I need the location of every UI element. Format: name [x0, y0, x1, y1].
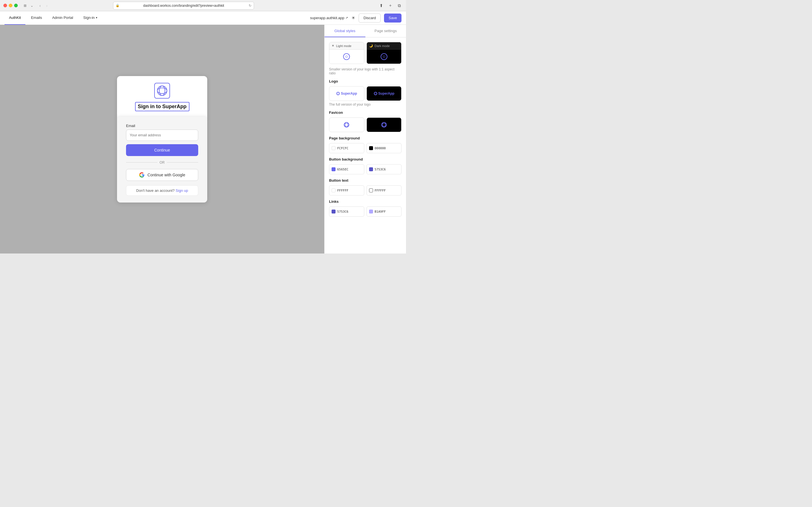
- svg-point-2: [157, 88, 167, 94]
- continue-button[interactable]: Continue: [126, 144, 198, 156]
- page-bg-light-value: FCFCFC: [337, 147, 349, 150]
- links-section-title: Links: [329, 200, 402, 204]
- favicon-dark-card[interactable]: [366, 117, 402, 132]
- google-button[interactable]: Continue with Google: [126, 169, 198, 181]
- reload-icon[interactable]: ↻: [249, 4, 252, 8]
- mode-row: ☀ Light mode 🌙 Dark mode: [329, 42, 402, 64]
- share-icon[interactable]: ⬆: [378, 3, 385, 9]
- signup-text: Don't have an account?: [136, 188, 174, 193]
- light-mode-logo-inner: [345, 55, 348, 58]
- fullscreen-button[interactable]: [14, 4, 18, 7]
- favicon-row: [329, 117, 402, 132]
- panel-tabs: Global styles Page settings: [324, 25, 406, 38]
- links-dark-value: B1A9FF: [375, 210, 386, 214]
- email-label: Email: [126, 124, 198, 128]
- address-bar[interactable]: 🔒 dashboard.workos.com/branding/edit?pre…: [113, 2, 254, 10]
- links-dark-box[interactable]: B1A9FF: [366, 207, 402, 217]
- logo-light-card[interactable]: SuperApp: [329, 86, 364, 101]
- btn-text-section-title: Button text: [329, 178, 402, 182]
- favicon-light-card[interactable]: [329, 117, 364, 132]
- minimize-button[interactable]: [9, 4, 12, 7]
- light-mode-logo-circle: [343, 53, 350, 60]
- theme-toggle-icon[interactable]: ☀: [351, 15, 355, 20]
- favicon-icon-dark: [381, 122, 387, 128]
- favicon-icon-light: [343, 122, 350, 128]
- btn-text-colors: FFFFFF FFFFFF: [329, 185, 402, 195]
- tab-admin-portal[interactable]: Admin Portal: [48, 11, 78, 25]
- tab-emails[interactable]: Emails: [27, 11, 47, 25]
- chevron-down-icon[interactable]: ⌄: [29, 3, 35, 8]
- moon-icon: 🌙: [369, 44, 373, 48]
- page-bg-light-box[interactable]: FCFCFC: [329, 143, 364, 153]
- titlebar: ⊞ ⌄ ‹ › 🔒 dashboard.workos.com/branding/…: [0, 0, 406, 11]
- light-mode-card[interactable]: ☀ Light mode: [329, 42, 364, 64]
- tab-page-settings[interactable]: Page settings: [365, 25, 406, 37]
- small-logo-desc: Smaller version of your logo with 1:1 as…: [329, 67, 402, 75]
- btn-text-light-swatch: [332, 188, 336, 192]
- close-button[interactable]: [3, 4, 7, 7]
- tabs-icon[interactable]: ⧉: [396, 3, 403, 9]
- btn-bg-dark-swatch: [369, 167, 373, 171]
- btn-text-dark-box[interactable]: FFFFFF: [366, 185, 402, 195]
- logo-row: SuperApp SuperApp: [329, 86, 402, 101]
- links-light-box[interactable]: 5753C6: [329, 207, 364, 217]
- top-nav: AuthKit Emails Admin Portal Sign-in ▾ su…: [0, 11, 406, 25]
- page-bg-light-swatch: [332, 146, 336, 150]
- tab-sign-in[interactable]: Sign-in ▾: [79, 11, 101, 25]
- auth-form-card: Email Continue OR Continue with Googl: [117, 117, 207, 203]
- save-button[interactable]: Save: [384, 13, 402, 22]
- logo-section-title: Logo: [329, 79, 402, 83]
- discard-button[interactable]: Discard: [359, 13, 380, 22]
- btn-text-dark-value: FFFFFF: [375, 189, 386, 192]
- page-bg-dark-swatch: [369, 146, 373, 150]
- page-bg-dark-value: 000000: [375, 147, 386, 150]
- light-mode-preview: [329, 50, 364, 64]
- external-link[interactable]: superapp.authkit.app ↗: [310, 16, 348, 20]
- btn-bg-light-value: 6565EC: [337, 168, 349, 171]
- tab-global-styles[interactable]: Global styles: [324, 25, 365, 37]
- svg-point-0: [157, 86, 167, 96]
- btn-bg-light-swatch: [332, 167, 336, 171]
- btn-text-dark-swatch: [369, 188, 373, 192]
- logo-dark: SuperApp: [373, 92, 395, 96]
- page-bg-dark-box[interactable]: 000000: [366, 143, 402, 153]
- btn-bg-light-box[interactable]: 6565EC: [329, 164, 364, 174]
- dark-mode-card[interactable]: 🌙 Dark mode: [366, 42, 402, 64]
- auth-card-wrapper: Sign in to SuperApp Email Continue OR: [117, 76, 207, 203]
- sun-icon: ☀: [332, 44, 335, 48]
- sidebar-toggle-icon[interactable]: ⊞: [22, 3, 28, 8]
- dark-mode-header: 🌙 Dark mode: [367, 42, 402, 50]
- google-icon: [139, 172, 145, 178]
- divider-line-right: [167, 162, 198, 163]
- tab-authkit[interactable]: AuthKit: [4, 11, 26, 25]
- light-mode-header: ☀ Light mode: [329, 42, 364, 50]
- dark-mode-logo-inner: [383, 55, 385, 58]
- logo-dark-card[interactable]: SuperApp: [366, 86, 402, 101]
- btn-text-light-box[interactable]: FFFFFF: [329, 185, 364, 195]
- logo-full-desc: The full version of your logo: [329, 103, 402, 107]
- links-dark-swatch: [369, 210, 373, 214]
- new-tab-icon[interactable]: ＋: [388, 3, 394, 9]
- google-button-label: Continue with Google: [147, 173, 185, 177]
- right-panel: Global styles Page settings ☀ Light mode: [324, 25, 406, 253]
- signup-link[interactable]: Sign up: [175, 188, 188, 193]
- main-layout: Sign in to SuperApp Email Continue OR: [0, 25, 406, 253]
- dark-mode-logo-circle: [380, 53, 388, 60]
- email-input[interactable]: [126, 129, 198, 141]
- panel-content: ☀ Light mode 🌙 Dark mode: [324, 38, 406, 223]
- back-arrow-icon[interactable]: ‹: [37, 3, 43, 9]
- external-link-icon: ↗: [345, 16, 348, 20]
- page-bg-colors: FCFCFC 000000: [329, 143, 402, 153]
- divider-line-left: [126, 162, 157, 163]
- sign-in-title: Sign in to SuperApp: [135, 102, 190, 111]
- btn-bg-dark-box[interactable]: 5753C6: [366, 164, 402, 174]
- toolbar-right: ⬆ ＋ ⧉: [378, 3, 403, 9]
- auth-header-card: Sign in to SuperApp: [117, 76, 207, 117]
- favicon-section-title: Favicon: [329, 110, 402, 115]
- svg-point-1: [159, 86, 165, 96]
- btn-bg-colors: 6565EC 5753C6: [329, 164, 402, 174]
- address-text: dashboard.workos.com/branding/edit?previ…: [121, 4, 246, 8]
- sign-up-row: Don't have an account? Sign up: [126, 185, 198, 196]
- forward-arrow-icon[interactable]: ›: [44, 3, 50, 9]
- preview-area: Sign in to SuperApp Email Continue OR: [0, 25, 324, 253]
